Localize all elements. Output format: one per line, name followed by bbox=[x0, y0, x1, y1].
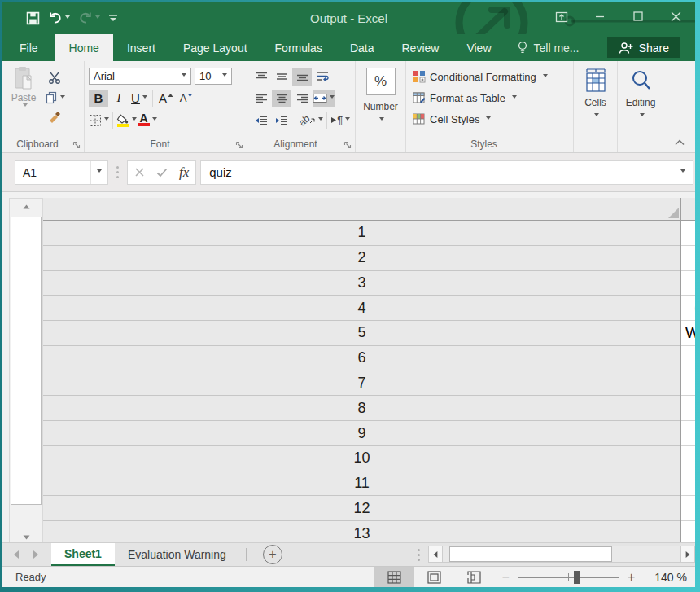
bottom-align-button[interactable] bbox=[292, 68, 312, 86]
tab-insert[interactable]: Insert bbox=[113, 34, 169, 61]
orientation-button[interactable]: ab bbox=[299, 112, 323, 129]
next-sheet-button[interactable] bbox=[33, 550, 38, 559]
undo-button[interactable] bbox=[46, 10, 72, 26]
row-header-10[interactable]: 10 bbox=[43, 446, 680, 471]
increase-indent-button[interactable] bbox=[272, 112, 291, 129]
customize-quick-access-button[interactable] bbox=[106, 11, 120, 24]
page-layout-view-button[interactable] bbox=[414, 567, 454, 587]
font-name-combo[interactable]: Arial bbox=[89, 68, 191, 85]
tab-data[interactable]: Data bbox=[336, 34, 388, 61]
cell-styles-button[interactable]: Cell Styles bbox=[406, 108, 573, 129]
cancel-icon[interactable] bbox=[134, 167, 145, 178]
shrink-font-button[interactable]: A bbox=[177, 90, 196, 107]
text-direction-caret[interactable] bbox=[345, 117, 350, 123]
cell-A8[interactable] bbox=[681, 396, 695, 421]
row-header-4[interactable]: 4 bbox=[43, 296, 680, 321]
cells-button[interactable]: Cells bbox=[574, 68, 617, 119]
zoom-out-button[interactable]: − bbox=[494, 571, 518, 584]
horizontal-scrollbar[interactable] bbox=[428, 546, 695, 563]
underline-caret[interactable] bbox=[142, 95, 147, 101]
clipboard-dialog-launcher-icon[interactable] bbox=[72, 141, 81, 149]
normal-view-button[interactable] bbox=[374, 567, 414, 587]
sheet-tab-evaluation-warning[interactable]: Evaluation Warning bbox=[115, 543, 239, 566]
ribbon-display-options-button[interactable] bbox=[542, 2, 580, 31]
cell-A1[interactable]: quiz bbox=[681, 221, 695, 246]
grow-font-button[interactable]: A bbox=[156, 90, 176, 107]
tab-review[interactable]: Review bbox=[388, 34, 453, 61]
cell-A10[interactable] bbox=[681, 446, 695, 471]
italic-button[interactable]: I bbox=[109, 90, 129, 107]
orientation-caret[interactable] bbox=[318, 117, 323, 123]
zoom-level-label[interactable]: 140 % bbox=[643, 571, 687, 584]
redo-button[interactable] bbox=[76, 10, 103, 26]
horizontal-scroll-track[interactable] bbox=[443, 546, 680, 563]
cut-button[interactable] bbox=[45, 68, 65, 86]
borders-button[interactable] bbox=[89, 112, 109, 129]
horizontal-scroll-thumb[interactable] bbox=[449, 546, 612, 562]
merge-center-caret[interactable] bbox=[330, 95, 335, 101]
tab-page-layout[interactable]: Page Layout bbox=[169, 34, 261, 61]
copy-dropdown-caret[interactable] bbox=[60, 95, 65, 101]
cell-A6[interactable] bbox=[681, 346, 695, 371]
conditional-formatting-caret[interactable] bbox=[543, 74, 548, 80]
middle-align-button[interactable] bbox=[272, 68, 291, 86]
formula-input[interactable]: quiz bbox=[200, 160, 693, 185]
paste-button[interactable]: Paste bbox=[2, 66, 45, 127]
fill-color-button[interactable] bbox=[116, 112, 137, 129]
expand-formula-bar-caret[interactable] bbox=[680, 169, 685, 175]
tell-me-box[interactable]: Tell me... bbox=[505, 34, 591, 61]
editing-caret[interactable] bbox=[640, 113, 645, 119]
page-break-preview-button[interactable] bbox=[454, 567, 494, 587]
zoom-slider[interactable] bbox=[518, 577, 619, 578]
zoom-slider-thumb[interactable] bbox=[574, 571, 580, 584]
cell-A11[interactable] bbox=[681, 471, 695, 497]
cell-A9[interactable] bbox=[681, 421, 695, 446]
format-painter-button[interactable] bbox=[45, 109, 65, 127]
vertical-scroll-thumb[interactable] bbox=[11, 217, 42, 505]
cell-A7[interactable] bbox=[681, 371, 695, 397]
save-button[interactable] bbox=[24, 10, 42, 27]
cell-A2[interactable]: sport bbox=[681, 246, 695, 271]
new-sheet-button[interactable]: + bbox=[263, 545, 282, 564]
row-header-3[interactable]: 3 bbox=[43, 271, 680, 296]
editing-button[interactable]: Editing bbox=[618, 68, 663, 119]
name-box-caret[interactable] bbox=[97, 169, 102, 175]
font-size-combo[interactable]: 10 bbox=[195, 68, 232, 85]
column-header-A[interactable]: A bbox=[681, 198, 695, 220]
wrap-text-button[interactable] bbox=[313, 68, 332, 86]
alignment-dialog-launcher-icon[interactable] bbox=[343, 141, 352, 149]
row-header-12[interactable]: 12 bbox=[43, 496, 680, 521]
number-format-button[interactable]: % Number bbox=[356, 68, 405, 123]
tab-view[interactable]: View bbox=[453, 34, 505, 61]
cell-A4[interactable]: question bbox=[681, 296, 695, 321]
undo-dropdown-caret[interactable] bbox=[65, 15, 70, 21]
top-align-button[interactable] bbox=[252, 68, 271, 86]
row-header-1[interactable]: 1 bbox=[43, 221, 680, 246]
cell-A12[interactable] bbox=[681, 496, 695, 521]
scroll-right-button[interactable] bbox=[680, 546, 695, 563]
align-left-button[interactable] bbox=[252, 90, 271, 107]
font-color-caret[interactable] bbox=[152, 117, 157, 123]
scroll-left-button[interactable] bbox=[428, 546, 443, 563]
previous-sheet-button[interactable] bbox=[14, 550, 19, 559]
collapse-ribbon-button[interactable] bbox=[674, 138, 685, 146]
conditional-formatting-button[interactable]: Conditional Formatting bbox=[406, 66, 573, 87]
minimize-button[interactable] bbox=[580, 2, 619, 31]
maximize-button[interactable] bbox=[619, 2, 657, 31]
number-caret[interactable] bbox=[379, 117, 384, 123]
zoom-in-button[interactable]: + bbox=[619, 571, 643, 584]
cells-caret[interactable] bbox=[594, 113, 599, 119]
name-box[interactable]: A1 bbox=[15, 160, 108, 185]
borders-caret[interactable] bbox=[104, 117, 109, 123]
underline-button[interactable]: U bbox=[129, 90, 149, 107]
row-header-5[interactable]: 5 bbox=[43, 321, 680, 346]
text-direction-button[interactable]: ¶ bbox=[330, 112, 350, 129]
paste-dropdown-caret[interactable] bbox=[23, 103, 28, 109]
row-header-11[interactable]: 11 bbox=[43, 471, 680, 497]
vertical-scrollbar[interactable] bbox=[9, 198, 43, 546]
decrease-indent-button[interactable] bbox=[252, 112, 271, 129]
row-header-8[interactable]: 8 bbox=[43, 396, 680, 421]
tab-formulas[interactable]: Formulas bbox=[261, 34, 336, 61]
select-all-button[interactable] bbox=[43, 198, 681, 221]
row-header-2[interactable]: 2 bbox=[43, 246, 680, 271]
